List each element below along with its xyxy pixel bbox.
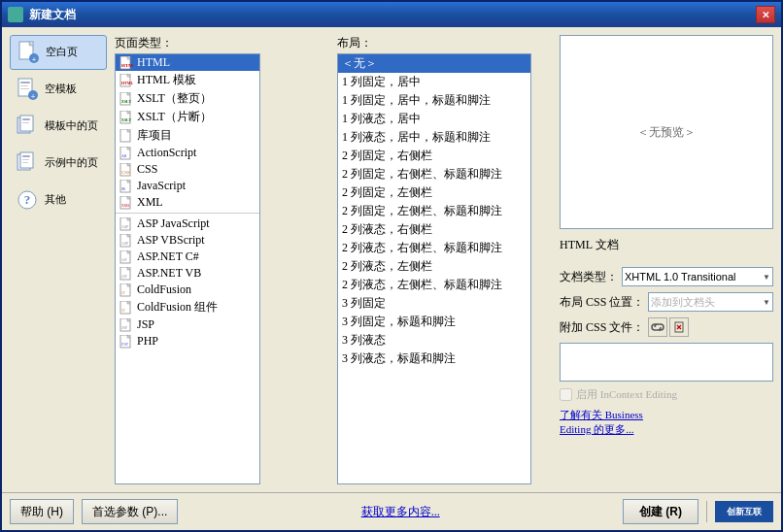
help-button[interactable]: 帮助 (H) [10,499,74,524]
layout-label: 布局： [337,35,552,51]
page-type-jsp[interactable]: JSP JSP [116,316,259,333]
svg-text:CF: CF [121,309,125,313]
page-type-xslt-whole[interactable]: XSLT XSLT（整页） [116,89,259,108]
page-type-html-template[interactable]: HTML HTML 模板 [116,71,259,89]
page-type-panel: 页面类型： HTML HTML [115,35,329,484]
preview-box: ＜无预览＞ [560,35,773,229]
doc-type-select[interactable]: XHTML 1.0 Transitional XHTML 1.0 Strict … [625,271,770,283]
layout-2col-fixed-left[interactable]: 2 列固定，左侧栏 [338,183,530,202]
layout-css-select[interactable]: 添加到文档头 [651,296,770,308]
svg-text:AS: AS [121,153,126,158]
window-icon [8,7,23,22]
new-document-window: 新建文档 ✕ + 空白页 [0,0,783,532]
left-sidebar: + 空白页 + 空模板 [10,35,107,484]
page-type-asp-net-vb[interactable]: ASP ASP.NET VB [116,265,259,282]
page-type-actionscript[interactable]: AS ActionScript [116,145,259,161]
incontext-link[interactable]: 了解有关 BusinessEditing 的更多... [560,408,773,437]
sidebar-item-page-from-template[interactable]: 模板中的页 [10,109,107,144]
attach-css-label: 附加 CSS 文件： [560,319,644,336]
blank-page-icon: + [17,41,40,64]
layout-2col-fluid-right-hf[interactable]: 2 列液态，右侧栏、标题和脚注 [338,239,530,257]
create-button[interactable]: 创建 (R) [623,499,698,524]
other-label: 其他 [45,193,66,206]
page-type-asp-vbs[interactable]: ASP ASP VBScript [116,232,259,249]
svg-text:ASP: ASP [121,224,129,229]
incontext-editing-label: 启用 InContext Editing [576,387,677,402]
layout-1col-fixed-center[interactable]: 1 列固定，居中 [338,73,530,91]
get-more-link[interactable]: 获取更多内容... [361,504,440,520]
layout-listbox[interactable]: ＜无＞ 1 列固定，居中 1 列固定，居中，标题和脚注 1 列液态，居中 1 列… [337,53,531,484]
page-type-xml[interactable]: XML XML [116,194,259,211]
sidebar-item-other[interactable]: ? 其他 [10,183,107,217]
layout-2col-fixed-right-hf[interactable]: 2 列固定，右侧栏、标题和脚注 [338,165,530,183]
page-type-html[interactable]: HTML HTML [116,54,259,71]
layout-1col-fluid-center-hf[interactable]: 1 列液态，居中，标题和脚注 [338,128,530,147]
layout-2col-fluid-left-hf[interactable]: 2 列液态，左侧栏、标题和脚注 [338,276,530,294]
right-panel: ＜无预览＞ HTML 文档 文档类型： XHTML 1.0 Transition… [560,35,773,484]
attach-css-link-btn[interactable] [648,317,667,337]
sidebar-item-blank-page[interactable]: + 空白页 [10,35,107,70]
blank-template-label: 空模板 [45,83,77,95]
preview-label: ＜无预览＞ [637,124,696,141]
page-type-asp-js[interactable]: ASP ASP JavaScript [116,216,259,232]
svg-rect-13 [22,122,29,123]
svg-text:ASP: ASP [121,275,127,279]
layout-1col-fluid-center[interactable]: 1 列液态，居中 [338,110,530,128]
doc-type-row: 文档类型： XHTML 1.0 Transitional XHTML 1.0 S… [560,267,773,286]
layout-css-row: 布局 CSS 位置： 添加到文档头 ▼ [560,292,773,312]
layout-css-arrow: ▼ [763,298,770,307]
layout-1col-fixed-center-hf[interactable]: 1 列固定，居中，标题和脚注 [338,91,530,110]
page-type-javascript[interactable]: JS JavaScript [116,178,259,194]
layout-3col-fixed[interactable]: 3 列固定 [338,294,530,313]
title-bar: 新建文档 ✕ [2,2,781,27]
svg-text:?: ? [24,192,31,207]
doc-type-label: 文档类型： [560,269,618,285]
window-title: 新建文档 [29,7,756,23]
layout-2col-fluid-left[interactable]: 2 列液态，左侧栏 [338,257,530,276]
svg-rect-16 [22,155,30,157]
title-buttons: ✕ [756,6,775,23]
page-from-template-icon [16,115,39,138]
layout-3col-fixed-hf[interactable]: 3 列固定，标题和脚注 [338,313,530,331]
svg-rect-5 [20,82,30,83]
layout-none[interactable]: ＜无＞ [338,54,530,73]
page-type-library[interactable]: 库项目 [116,126,259,145]
attach-css-remove-btn[interactable] [669,317,689,337]
page-from-example-icon [16,151,39,175]
layout-3col-fluid-hf[interactable]: 3 列液态，标题和脚注 [338,349,530,368]
svg-text:JSP: JSP [121,325,128,330]
svg-text:JS: JS [121,186,125,191]
svg-text:XSLT: XSLT [121,117,131,122]
page-type-coldfusion-comp[interactable]: CF ColdFusion 组件 [116,298,259,316]
doc-type-area: 文档类型： XHTML 1.0 Transitional XHTML 1.0 S… [560,267,773,437]
page-type-listbox[interactable]: HTML HTML HTML HTML 模板 [115,53,260,484]
layout-css-dropdown[interactable]: 添加到文档头 ▼ [648,292,773,312]
doc-type-desc: HTML 文档 [560,237,773,253]
svg-text:+: + [31,92,36,101]
page-type-php[interactable]: PHP PHP [116,333,259,349]
layout-3col-fluid[interactable]: 3 列液态 [338,331,530,349]
bottom-bar: 帮助 (H) 首选参数 (P)... 获取更多内容... 创建 (R) 创新互联 [2,492,781,530]
page-from-example-label: 示例中的页 [45,156,98,169]
prefs-button[interactable]: 首选参数 (P)... [82,499,178,524]
svg-rect-17 [22,159,29,160]
page-type-label: 页面类型： [115,35,329,51]
sidebar-item-blank-template[interactable]: + 空模板 [10,72,107,107]
sidebar-item-page-from-example[interactable]: 示例中的页 [10,146,107,181]
svg-text:CF: CF [121,291,125,295]
incontext-editing-checkbox[interactable] [560,388,572,401]
logo-area: 创新互联 [706,501,773,522]
page-type-xslt-fragment[interactable]: XSLT XSLT（片断） [116,108,259,126]
close-button[interactable]: ✕ [756,6,775,23]
page-type-coldfusion[interactable]: CF ColdFusion [116,282,259,298]
page-type-css[interactable]: CSS CSS [116,161,259,178]
page-type-asp-net-cs[interactable]: ASP ASP.NET C# [116,249,259,265]
panels-row: 页面类型： HTML HTML [115,35,552,484]
svg-text:PHP: PHP [121,342,129,347]
css-file-textarea[interactable] [560,343,773,382]
logo: 创新互联 [715,501,773,522]
layout-2col-fixed-left-hf[interactable]: 2 列固定，左侧栏、标题和脚注 [338,202,530,220]
layout-2col-fixed-right[interactable]: 2 列固定，右侧栏 [338,147,530,165]
layout-2col-fluid-right[interactable]: 2 列液态，右侧栏 [338,220,530,239]
doc-type-dropdown[interactable]: XHTML 1.0 Transitional XHTML 1.0 Strict … [622,267,773,286]
